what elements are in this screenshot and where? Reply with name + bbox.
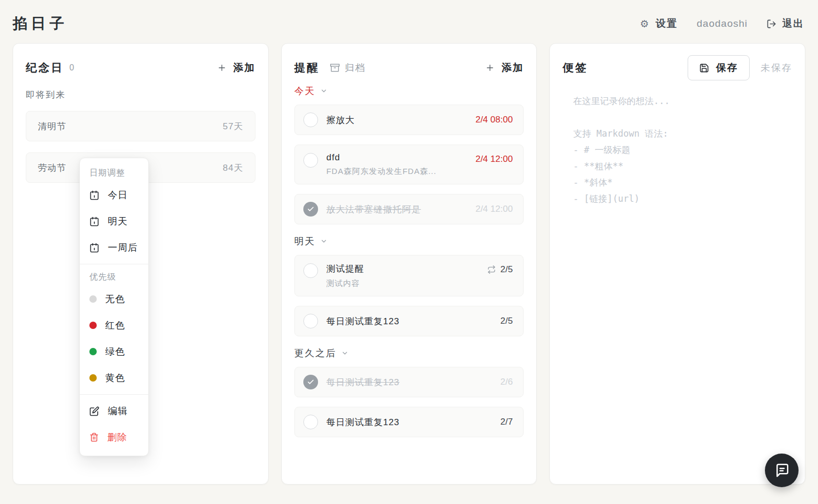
- topbar-right: ⚙ 设置 daodaoshi 退出: [640, 17, 804, 30]
- notes-title: 便签: [563, 60, 588, 75]
- calendar-icon: [89, 190, 99, 200]
- reminder-title: dfd: [326, 152, 467, 163]
- reminder-checkbox[interactable]: [303, 314, 318, 328]
- anniversary-item[interactable]: 清明节 57天: [26, 111, 255, 141]
- app-title: 掐日子: [13, 14, 68, 34]
- save-button[interactable]: 保存: [688, 55, 750, 80]
- reminder-time: 2/5: [500, 264, 513, 275]
- gear-icon: ⚙: [640, 18, 650, 30]
- add-reminder-button[interactable]: 添加: [485, 61, 524, 75]
- menu-item-label: 黄色: [105, 372, 125, 384]
- chat-fab-button[interactable]: [765, 454, 799, 487]
- archive-label: 归档: [345, 61, 366, 74]
- notes-card: 便签 保存 未保存: [549, 43, 805, 485]
- plus-icon: [217, 63, 227, 73]
- username: daodaoshi: [697, 18, 748, 29]
- settings-button[interactable]: ⚙ 设置: [640, 17, 678, 30]
- reminder-item[interactable]: dfd FDA森阿东发动发生FDA森... 2/4 12:00: [294, 145, 524, 184]
- reminder-subtitle: 测试内容: [326, 279, 479, 289]
- save-status: 未保存: [761, 61, 792, 74]
- menu-item-week-later[interactable]: 一周后: [80, 234, 148, 261]
- reminder-time: 2/7: [500, 417, 513, 427]
- logout-icon: [766, 19, 776, 29]
- settings-label: 设置: [656, 17, 678, 30]
- reminder-title: 每日测试重复123: [326, 315, 492, 327]
- notes-textarea[interactable]: [563, 85, 792, 442]
- reminder-checkbox[interactable]: [303, 415, 318, 429]
- menu-item-priority-red[interactable]: 红色: [80, 312, 148, 338]
- chevron-down-icon: [341, 349, 349, 357]
- anniversary-context-menu: 日期调整 今日 明天 一周后 优先级 无色 红色: [79, 158, 149, 456]
- priority-dot-red: [89, 322, 97, 329]
- reminder-time: 2/5: [500, 316, 513, 326]
- archive-icon: [330, 63, 340, 73]
- trash-icon: [89, 433, 99, 442]
- reminder-item[interactable]: 每日测试重复123 2/7: [294, 407, 524, 437]
- group-header-later[interactable]: 更久之后: [294, 347, 524, 359]
- group-header-tomorrow[interactable]: 明天: [294, 235, 524, 248]
- reminder-title: 放大法带塞缝撒托阿是: [326, 203, 467, 215]
- group-label: 明天: [294, 235, 315, 248]
- anniversary-header: 纪念日 0 添加: [26, 56, 255, 79]
- priority-dot-yellow: [89, 374, 97, 382]
- add-reminder-label: 添加: [502, 61, 524, 75]
- logout-button[interactable]: 退出: [766, 17, 804, 30]
- reminder-item-completed[interactable]: 每日测试重复123 2/6: [294, 367, 524, 397]
- save-icon: [699, 63, 709, 73]
- edit-icon: [89, 406, 99, 416]
- anniversary-item-name: 劳动节: [38, 162, 66, 174]
- anniversary-count: 0: [69, 63, 74, 73]
- calendar-icon: [89, 243, 99, 253]
- chevron-down-icon: [320, 87, 328, 95]
- upcoming-label: 即将到来: [26, 89, 255, 101]
- menu-item-label: 红色: [105, 319, 125, 332]
- logout-label: 退出: [782, 17, 804, 30]
- group-label: 今天: [294, 85, 315, 97]
- anniversary-item-name: 清明节: [38, 120, 66, 132]
- menu-item-priority-green[interactable]: 绿色: [80, 338, 148, 365]
- menu-item-priority-none[interactable]: 无色: [80, 286, 148, 312]
- menu-item-today[interactable]: 今日: [80, 182, 148, 208]
- reminder-item[interactable]: 测试提醒 测试内容 2/5: [294, 255, 524, 296]
- menu-item-label: 无色: [105, 293, 125, 305]
- reminders-header: 提醒 归档 添加: [294, 56, 524, 79]
- reminder-item[interactable]: 每日测试重复123 2/5: [294, 306, 524, 336]
- menu-item-label: 明天: [108, 215, 128, 228]
- reminder-checkbox-checked[interactable]: [303, 375, 318, 389]
- priority-label: 优先级: [80, 268, 148, 286]
- reminders-title: 提醒: [294, 60, 320, 75]
- anniversary-item-days: 57天: [223, 120, 243, 132]
- reminder-item-completed[interactable]: 放大法带塞缝撒托阿是 2/4 12:00: [294, 194, 524, 224]
- menu-item-label: 编辑: [108, 405, 128, 417]
- reminder-checkbox[interactable]: [303, 263, 318, 278]
- notes-header: 便签 保存 未保存: [563, 56, 792, 79]
- add-anniversary-label: 添加: [233, 61, 255, 75]
- reminder-checkbox[interactable]: [303, 112, 318, 127]
- plus-icon: [485, 63, 495, 73]
- menu-item-priority-yellow[interactable]: 黄色: [80, 365, 148, 391]
- anniversary-title: 纪念日: [26, 60, 64, 75]
- menu-item-delete[interactable]: 删除: [80, 424, 148, 450]
- reminders-card: 提醒 归档 添加 今天: [281, 43, 537, 485]
- reminder-time: 2/6: [500, 377, 513, 387]
- menu-item-tomorrow[interactable]: 明天: [80, 208, 148, 234]
- calendar-icon: [89, 217, 99, 227]
- menu-item-label: 一周后: [108, 241, 138, 254]
- anniversary-item-days: 84天: [223, 162, 243, 174]
- reminder-checkbox[interactable]: [303, 153, 318, 168]
- priority-dot-green: [89, 348, 97, 355]
- chat-bubble-icon: [774, 462, 790, 478]
- group-header-today[interactable]: 今天: [294, 85, 524, 97]
- reminder-time: 2/4 12:00: [475, 154, 513, 164]
- date-adjust-label: 日期调整: [80, 163, 148, 182]
- menu-item-edit[interactable]: 编辑: [80, 398, 148, 424]
- menu-item-label: 删除: [107, 431, 127, 444]
- menu-item-label: 今日: [108, 189, 128, 201]
- reminder-title: 测试提醒: [326, 263, 479, 275]
- reminder-checkbox-checked[interactable]: [303, 202, 318, 217]
- add-anniversary-button[interactable]: 添加: [217, 61, 255, 75]
- reminder-item[interactable]: 擦放大 2/4 08:00: [294, 105, 524, 135]
- reminder-title: 擦放大: [326, 114, 467, 126]
- priority-dot-gray: [89, 295, 97, 303]
- archive-button[interactable]: 归档: [330, 61, 366, 74]
